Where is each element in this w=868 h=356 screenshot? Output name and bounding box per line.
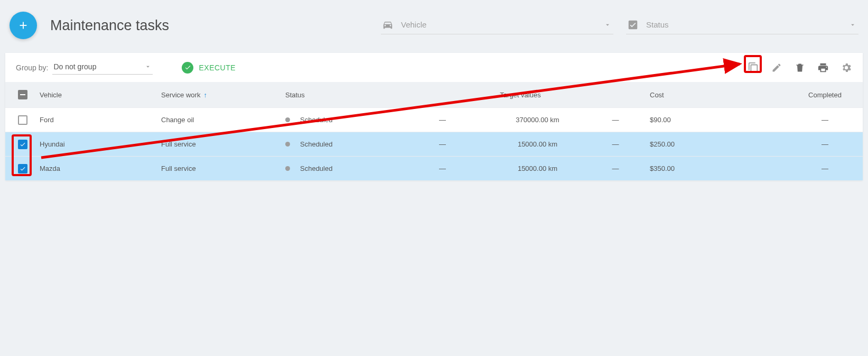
checkbox-icon (627, 19, 639, 31)
cell-target-3: — (581, 140, 650, 148)
cell-target-3: — (581, 165, 650, 172)
group-by-value: Do not group (53, 62, 144, 71)
col-cost-header[interactable]: Cost (650, 91, 787, 99)
print-button[interactable] (817, 62, 829, 74)
cell-vehicle: Hyundai (40, 140, 161, 148)
toolbar: Group by: Do not group EXECUTE (5, 53, 863, 82)
execute-label: EXECUTE (199, 63, 236, 72)
plus-icon (17, 20, 29, 31)
chevron-down-icon (604, 21, 611, 29)
settings-button[interactable] (841, 62, 852, 74)
chevron-down-icon (144, 63, 152, 70)
cell-completed: — (787, 116, 863, 124)
status-filter-label: Status (646, 20, 849, 29)
cell-target-2: 15000.00 km (494, 140, 581, 148)
cell-target-2: 370000.00 km (494, 116, 581, 124)
status-dot-icon (285, 142, 290, 147)
col-status-header[interactable]: Status (285, 91, 391, 99)
cell-cost: $90.00 (650, 116, 787, 124)
filters: Vehicle Status (381, 17, 858, 34)
cell-completed: — (787, 140, 863, 148)
cell-status: Scheduled (285, 165, 391, 172)
status-dot-icon (285, 117, 290, 122)
vehicle-filter-label: Vehicle (401, 20, 604, 29)
cell-service: Change oil (161, 116, 285, 124)
table-row[interactable]: Ford Change oil Scheduled — 370000.00 km… (5, 107, 863, 132)
cell-completed: — (787, 165, 863, 172)
page-title: Maintenance tasks (50, 17, 169, 34)
group-by-label: Group by: (16, 63, 48, 72)
cell-service: Full service (161, 165, 285, 172)
toolbar-actions (748, 62, 852, 74)
cell-target-2: 15000.00 km (494, 165, 581, 172)
page-header: Maintenance tasks Vehicle Status (0, 0, 868, 53)
col-target-values-header[interactable]: Target values (391, 91, 650, 99)
cell-status: Scheduled (285, 140, 391, 148)
edit-button[interactable] (771, 62, 782, 74)
copy-button[interactable] (748, 62, 759, 74)
execute-button[interactable]: EXECUTE (182, 62, 236, 74)
table-card: Group by: Do not group EXECUTE (5, 53, 863, 180)
status-dot-icon (285, 166, 290, 171)
cell-vehicle: Ford (40, 116, 161, 124)
select-all-cell (5, 90, 40, 99)
car-icon (382, 19, 394, 31)
cell-target-3: — (581, 116, 650, 124)
row-checkbox[interactable] (18, 115, 27, 125)
cell-cost: $250.00 (650, 140, 787, 148)
cell-service: Full service (161, 140, 285, 148)
cell-cost: $350.00 (650, 165, 787, 172)
col-vehicle-header[interactable]: Vehicle (40, 91, 161, 99)
col-service-label: Service work (161, 91, 200, 99)
cell-target-1: — (391, 116, 494, 124)
cell-vehicle: Mazda (40, 165, 161, 172)
vehicle-filter[interactable]: Vehicle (381, 17, 613, 34)
table-header-row: Vehicle Service work ↑ Status Target val… (5, 82, 863, 107)
cell-target-1: — (391, 165, 494, 172)
row-checkbox[interactable] (18, 164, 27, 174)
add-button[interactable] (10, 12, 37, 39)
col-service-header[interactable]: Service work ↑ (161, 91, 285, 99)
chevron-down-icon (849, 21, 856, 29)
table-row[interactable]: Mazda Full service Scheduled — 15000.00 … (5, 156, 863, 180)
status-filter[interactable]: Status (626, 17, 858, 34)
group-by-select[interactable]: Do not group (52, 60, 153, 75)
table-row[interactable]: Hyundai Full service Scheduled — 15000.0… (5, 132, 863, 156)
cell-target-1: — (391, 140, 494, 148)
sort-asc-icon: ↑ (203, 91, 207, 99)
check-circle-icon (182, 62, 193, 74)
select-all-checkbox[interactable] (18, 90, 27, 99)
col-completed-header[interactable]: Completed (787, 91, 863, 99)
delete-button[interactable] (794, 62, 806, 74)
row-checkbox[interactable] (18, 140, 27, 149)
cell-status: Scheduled (285, 116, 391, 124)
